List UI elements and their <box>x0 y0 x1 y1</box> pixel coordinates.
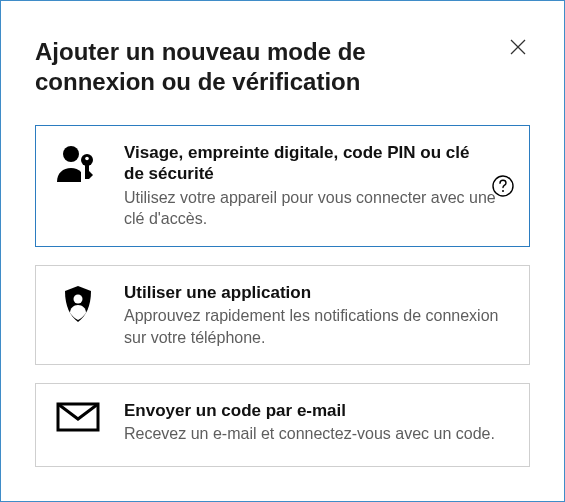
option-title: Envoyer un code par e-mail <box>124 400 513 421</box>
svg-rect-5 <box>85 165 89 179</box>
email-icon <box>54 402 102 450</box>
signin-options-list: Visage, empreinte digitale, code PIN ou … <box>35 125 530 467</box>
option-authenticator-app[interactable]: Utiliser une application Approuvez rapid… <box>35 265 530 365</box>
option-description: Approuvez rapidement les notifications d… <box>124 305 513 348</box>
option-title: Visage, empreinte digitale, code PIN ou … <box>124 142 513 185</box>
svg-point-8 <box>502 190 504 192</box>
option-email-code[interactable]: Envoyer un code par e-mail Recevez un e-… <box>35 383 530 467</box>
dialog-title: Ajouter un nouveau mode de connexion ou … <box>35 37 435 97</box>
svg-point-2 <box>63 146 79 162</box>
option-title: Utiliser une application <box>124 282 513 303</box>
option-text: Utiliser une application Approuvez rapid… <box>124 282 513 348</box>
close-icon <box>510 39 526 55</box>
option-text: Envoyer un code par e-mail Recevez un e-… <box>124 400 513 445</box>
option-description: Recevez un e-mail et connectez-vous avec… <box>124 423 513 445</box>
svg-point-9 <box>74 294 83 303</box>
option-text: Visage, empreinte digitale, code PIN ou … <box>124 142 513 230</box>
option-description: Utilisez votre appareil pour vous connec… <box>124 187 513 230</box>
passkey-icon <box>54 144 102 192</box>
svg-point-4 <box>85 157 89 161</box>
add-signin-method-dialog: Ajouter un nouveau mode de connexion ou … <box>0 0 565 502</box>
help-button[interactable] <box>491 174 515 198</box>
help-icon <box>492 175 514 197</box>
authenticator-icon <box>54 284 102 332</box>
svg-marker-6 <box>89 171 93 179</box>
close-button[interactable] <box>506 35 530 59</box>
option-passkey[interactable]: Visage, empreinte digitale, code PIN ou … <box>35 125 530 247</box>
